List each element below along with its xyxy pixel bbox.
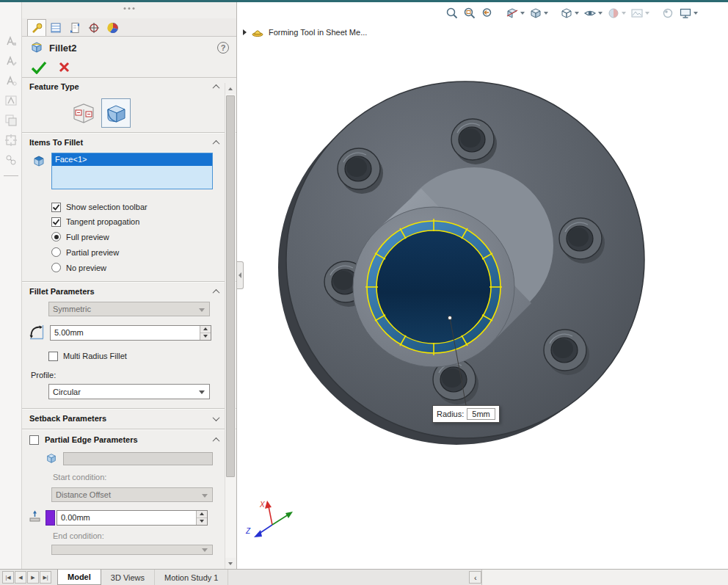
offset-distance-icon xyxy=(28,509,43,526)
fillet-type-manual-button[interactable] xyxy=(69,98,98,128)
tab-3d-views[interactable]: 3D Views xyxy=(101,570,155,585)
propertymanager-tab[interactable] xyxy=(27,19,46,36)
previous-tab-button[interactable]: ◀ xyxy=(15,571,26,584)
target-icon xyxy=(88,22,100,34)
feature-type-header[interactable]: Feature Type xyxy=(22,78,236,95)
orientation-triad: X Z xyxy=(245,501,293,537)
partial-preview-radio[interactable]: Partial preview xyxy=(51,244,236,260)
dimension-color-swatch xyxy=(46,510,55,526)
spinner-up-icon[interactable] xyxy=(200,326,211,333)
callout-value-input[interactable]: 5mm xyxy=(467,408,495,420)
profile-label: Profile: xyxy=(31,371,236,379)
end-condition-dropdown-clipped xyxy=(51,545,213,555)
checkbox-checked[interactable] xyxy=(51,203,61,212)
radius-spinner[interactable] xyxy=(200,326,211,340)
left-vertical-toolbar xyxy=(0,2,22,569)
text-tool-6-icon xyxy=(3,132,19,148)
displaymanager-tab[interactable] xyxy=(103,19,123,36)
constant-fillet-icon xyxy=(104,101,128,125)
scrollbar-up-icon[interactable] xyxy=(225,83,236,94)
radius-callout: Radius: 5mm xyxy=(432,405,500,423)
graphics-viewport[interactable]: Forming Tool in Sheet Me... xyxy=(236,2,728,569)
tab-motion-study-1[interactable]: Motion Study 1 xyxy=(155,570,228,585)
custom-manager-tab[interactable] xyxy=(46,19,65,36)
tab-scroll-left-button[interactable]: ‹ xyxy=(469,571,481,584)
symmetry-dropdown: Symmetric xyxy=(48,302,210,316)
manager-tab-strip xyxy=(22,18,236,37)
items-to-fillet-header[interactable]: Items To Fillet xyxy=(22,134,236,151)
last-tab-button[interactable]: ▶| xyxy=(40,571,51,584)
next-tab-button[interactable]: ▶ xyxy=(27,571,39,584)
ok-button[interactable] xyxy=(31,61,47,76)
configurationmanager-tab[interactable] xyxy=(65,19,84,36)
offset-value[interactable]: 0.00mm xyxy=(57,511,196,525)
show-selection-toolbar-checkbox[interactable]: Show selection toolbar xyxy=(51,200,236,214)
collapse-chevron-icon xyxy=(213,437,220,444)
first-tab-button[interactable]: |◀ xyxy=(2,571,14,584)
radio-selected[interactable] xyxy=(51,232,61,241)
panel-collapse-tab[interactable] xyxy=(237,261,244,289)
setback-parameters-header[interactable]: Setback Parameters xyxy=(22,410,236,427)
radius-input[interactable]: 5.00mm xyxy=(50,325,211,341)
tangent-propagation-checkbox[interactable]: Tangent propagation xyxy=(51,214,236,229)
fillet-parameters-header[interactable]: Fillet Parameters xyxy=(22,283,236,300)
manual-fillet-icon xyxy=(71,101,96,126)
start-condition-dropdown: Distance Offset xyxy=(51,487,213,502)
fillet-type-constant-size-button[interactable] xyxy=(101,98,131,128)
chevron-down-icon xyxy=(202,548,208,552)
flange-model[interactable] xyxy=(278,81,644,445)
profile-dropdown[interactable]: Circular xyxy=(48,384,210,399)
bottom-tab-bar: |◀ ◀ ▶ ▶| Model 3D Views Motion Study 1 … xyxy=(0,569,728,585)
spinner-down-icon[interactable] xyxy=(197,518,207,525)
items-to-fillet-listbox[interactable]: Face<1> xyxy=(51,153,213,189)
multi-radius-fillet-checkbox[interactable]: Multi Radius Fillet xyxy=(48,349,236,363)
partial-edge-parameters-header[interactable]: Partial Edge Parameters xyxy=(22,430,236,449)
panel-scrollbar[interactable] xyxy=(225,83,236,569)
callout-anchor-dot xyxy=(448,316,451,319)
panel-resize-grip[interactable] xyxy=(128,7,131,10)
selected-list-item[interactable]: Face<1> xyxy=(52,153,212,166)
pie-chart-icon xyxy=(107,22,119,34)
partial-edge-checkbox[interactable] xyxy=(29,435,39,445)
dropdown-value: Distance Offset xyxy=(56,490,111,499)
radius-row: 5.00mm xyxy=(22,324,236,341)
dropdown-value: Symmetric xyxy=(53,305,91,313)
radio-label: Full preview xyxy=(66,233,109,241)
page-arrows-icon xyxy=(69,22,81,34)
radio-unselected[interactable] xyxy=(51,263,61,272)
text-tool-7-icon xyxy=(3,152,19,168)
radio-unselected[interactable] xyxy=(51,247,61,257)
dimxpertmanager-tab[interactable] xyxy=(84,19,103,36)
help-icon[interactable]: ? xyxy=(217,42,229,54)
offset-spinner[interactable] xyxy=(196,511,207,525)
text-tool-1-icon xyxy=(3,33,19,49)
scrollbar-down-icon[interactable] xyxy=(225,558,236,569)
spinner-up-icon[interactable] xyxy=(197,511,207,518)
tab-model[interactable]: Model xyxy=(57,570,101,585)
text-tool-4-icon xyxy=(3,92,19,109)
section-label: Setback Parameters xyxy=(29,414,106,423)
partial-edge-selection-icon xyxy=(46,452,57,465)
text-tool-3-icon xyxy=(3,73,19,89)
model-canvas[interactable]: X Z xyxy=(237,2,728,569)
chevron-down-icon xyxy=(199,390,205,394)
no-preview-radio[interactable]: No preview xyxy=(51,260,236,275)
status-bar-area xyxy=(481,570,728,585)
checkbox-unchecked[interactable] xyxy=(48,352,58,361)
full-preview-radio[interactable]: Full preview xyxy=(51,229,236,244)
checkbox-checked[interactable] xyxy=(51,217,61,227)
section-label: Items To Fillet xyxy=(29,138,83,147)
section-label: Feature Type xyxy=(29,82,79,91)
scrollbar-thumb[interactable] xyxy=(226,95,235,477)
feature-title-row: Fillet2 ? xyxy=(22,37,236,59)
page-title: Fillet2 xyxy=(49,43,77,54)
section-label: Fillet Parameters xyxy=(29,287,95,296)
cancel-button[interactable] xyxy=(59,62,70,74)
spinner-down-icon[interactable] xyxy=(200,333,211,340)
offset-input[interactable]: 0.00mm xyxy=(57,510,208,526)
list-icon xyxy=(50,22,62,34)
check-icon xyxy=(31,61,47,74)
feature-type-buttons xyxy=(22,95,236,131)
chevron-down-icon xyxy=(202,494,208,498)
radius-value[interactable]: 5.00mm xyxy=(51,326,200,340)
